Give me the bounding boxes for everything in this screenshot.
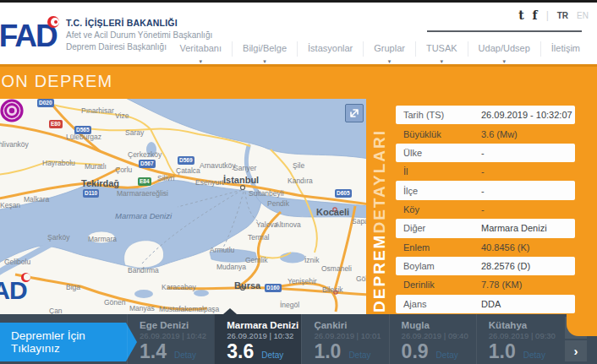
quake-place: Marmara Denizi [227, 320, 301, 330]
quakes-cta-button[interactable]: Depremler İçin Tıklayınız [0, 323, 137, 361]
recent-quakes-bar: Depremler İçin Tıklayınız Ege Denizi26.0… [0, 314, 597, 364]
quake-place: Ege Denizi [140, 320, 214, 330]
quake-mag-row: 0.9Detay [402, 340, 476, 362]
detail-value: 28.2576 (D) [481, 261, 530, 271]
detail-label: Diğer [396, 223, 481, 233]
map-label: Bandırma [128, 266, 159, 274]
map-label: İnegöl [280, 301, 299, 309]
twitter-icon[interactable]: t [518, 8, 523, 22]
map-label: Pehlivanköy [0, 140, 29, 149]
quake-magnitude: 1.4 [140, 340, 167, 362]
map-label: Muratlı [85, 162, 107, 171]
detail-value: 7.78 (KM) [481, 280, 522, 290]
next-arrow-icon[interactable]: › [565, 340, 587, 362]
detail-label: Derinlik [396, 280, 481, 290]
detail-value: - [481, 204, 485, 215]
detail-label: Tarih (TS) [396, 110, 481, 120]
quake-item[interactable]: Mugla26.09.2019 | 09:400.9Detay [389, 314, 476, 364]
nav-item-veritabanı[interactable]: Veritabanı▾ [170, 41, 233, 57]
quake-mag-row: 1.4Detay [140, 340, 214, 362]
map-label: Lüleburgaz [66, 133, 101, 141]
earthquake-details-table: Tarih (TS)26.09.2019 - 10:32:07Büyüklük3… [396, 106, 575, 313]
map-label: Termal [248, 233, 270, 242]
quake-detail-link[interactable]: Detay [261, 350, 283, 360]
details-title-light: DETAYLARI [370, 129, 388, 234]
quake-magnitude: 0.9 [402, 340, 429, 362]
map-label: Marmara Denizi [115, 211, 172, 220]
nav-item-label: TUSAK [426, 43, 457, 53]
lang-en[interactable]: EN [577, 11, 589, 20]
site-header: AFAD T.C. İÇİŞLERİ BAKANLIĞI Afet ve Aci… [0, 3, 597, 64]
chevron-down-icon: ▾ [200, 58, 203, 64]
epicenter-marker [0, 99, 24, 122]
map-label: Yenişehir [288, 277, 317, 285]
quake-detail-link[interactable]: Detay [174, 350, 196, 360]
lang-divider: | [546, 9, 549, 21]
quake-datetime: 26.09.2019 | 10:01 [314, 331, 388, 340]
detail-label: Ajans [396, 299, 481, 309]
quake-mag-row: 1.0Detay [314, 340, 388, 362]
map-label: Vize [115, 111, 129, 120]
detail-label: Büyüklük [396, 129, 481, 139]
nav-item-i̇stasyonlar[interactable]: İstasyonlar [297, 41, 363, 57]
nav-item-tusak[interactable]: TUSAK▾ [415, 41, 468, 57]
quake-datetime: 26.09.2019 | 09:30 [489, 331, 563, 340]
detail-value: 3.6 (Mw) [481, 129, 518, 139]
map-label: Karacabey [162, 283, 196, 291]
nav-item-label: Udap/Udsep [479, 43, 530, 53]
nav-item-i̇letişim[interactable]: İletişim [540, 41, 590, 57]
map-label: Esenyurt [195, 178, 224, 187]
map-label: Bilecik [322, 285, 343, 294]
map-label: İznik [304, 256, 319, 264]
chevron-down-icon: ▾ [502, 58, 506, 64]
quake-mag-row: 3.6Detay [227, 340, 301, 362]
nav-item-label: Veritabanı [180, 43, 222, 53]
detail-row: Köy- [396, 200, 575, 219]
detail-value: - [481, 166, 485, 177]
crescent-star-icon [47, 16, 59, 28]
quake-item[interactable]: Kütahya26.09.2019 | 09:301.0Detay [476, 314, 563, 364]
quake-item[interactable]: Ege Denizi26.09.2019 | 10:421.4Detay [127, 314, 214, 364]
map-label: Keşan [0, 201, 20, 209]
detail-row: Enlem40.8456 (K) [396, 238, 575, 257]
map-label: Bursa [234, 280, 260, 291]
map-label: İstanbul [223, 175, 259, 185]
quake-detail-link[interactable]: Detay [436, 350, 458, 360]
road-shield: D567 [139, 160, 156, 168]
road-shield: D569 [178, 156, 194, 165]
road-shield: E84 [138, 177, 151, 186]
detail-row: DiğerMarmara Denizi [396, 219, 575, 237]
orange-panel-corner [567, 314, 597, 336]
detail-value: Marmara Denizi [481, 223, 547, 233]
page-title: SON DEPREM [0, 72, 112, 91]
facebook-icon[interactable]: f [533, 8, 538, 22]
quake-item[interactable]: Marmara Denizi26.09.2019 | 10:323.6Detay [214, 314, 301, 364]
map-expand-button[interactable] [345, 104, 364, 122]
earthquake-map[interactable]: D020PınarhisarVizeE80D565LüleburgazSaray… [0, 99, 366, 314]
nav-item-bilgi/belge[interactable]: Bilgi/Belge▾ [232, 41, 297, 57]
lang-tr[interactable]: TR [557, 11, 568, 20]
quake-datetime: 26.09.2019 | 10:32 [227, 331, 301, 340]
details-title-bold: DEPREM [370, 234, 388, 312]
map-label: Gelibolu [4, 258, 30, 266]
map-label: Şile [293, 161, 304, 170]
nav-item-label: İstasyonlar [308, 43, 353, 53]
map-label: Marmaraereğlisi [117, 189, 168, 198]
detail-value: - [481, 186, 485, 196]
quake-item[interactable]: Çankiri26.09.2019 | 10:011.0Detay [301, 314, 388, 364]
quake-magnitude: 3.6 [227, 340, 254, 362]
map-label: Tekirdağ [81, 178, 119, 188]
map-label: Malkara [24, 195, 49, 204]
quake-magnitude: 1.0 [314, 340, 341, 362]
road-shield: E80 [49, 120, 63, 128]
map-label: Gemlik [245, 256, 267, 264]
social-bar: t f | TR EN [518, 8, 589, 23]
quake-detail-link[interactable]: Detay [348, 350, 370, 360]
map-label: Marmara [88, 235, 117, 243]
nav-item-udap/udsep[interactable]: Udap/Udsep▾ [468, 41, 540, 57]
map-label: Osmaneli [321, 264, 352, 273]
afad-earthquake-page: AFAD T.C. İÇİŞLERİ BAKANLIĞI Afet ve Aci… [0, 0, 597, 364]
quake-detail-link[interactable]: Detay [523, 350, 545, 360]
map-label: Çorlu [115, 166, 132, 174]
nav-item-gruplar[interactable]: Gruplar▾ [363, 41, 415, 57]
